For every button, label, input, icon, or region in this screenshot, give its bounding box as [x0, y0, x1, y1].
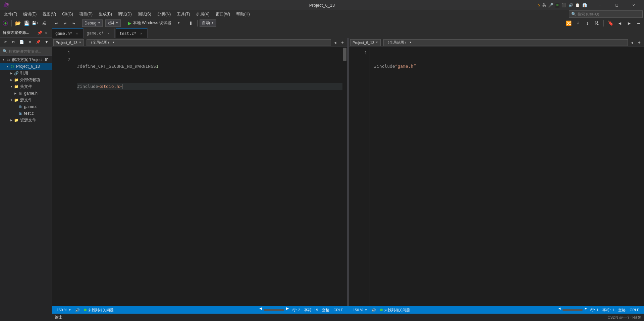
maximize-button[interactable]: □ — [609, 0, 625, 10]
menu-debug[interactable]: 调试(D) — [115, 10, 135, 18]
right-scroll-thumb[interactable] — [562, 309, 583, 311]
left-status-audio-icon[interactable]: 🔊 — [73, 306, 82, 314]
global-search[interactable]: 🔍 — [569, 10, 643, 18]
left-project-dropdown[interactable]: Project_6_13 ▼ — [53, 39, 84, 46]
print-button[interactable]: 🖨 — [40, 19, 48, 27]
sidebar-pin-button[interactable]: 📌 — [37, 30, 42, 36]
headers-node[interactable]: ▼ 📁 头文件 — [0, 83, 52, 90]
right-scope-dropdown[interactable]: （全局范围） ▼ — [383, 39, 628, 46]
menu-extensions[interactable]: 扩展(X) — [194, 10, 212, 18]
sidebar-search-bar[interactable]: 🔍 ▼ — [0, 47, 52, 56]
right-status-audio-icon[interactable]: 🔊 — [369, 306, 378, 314]
game-c-node[interactable]: ▶ 🗎 game.c — [0, 103, 52, 110]
right-status-check[interactable]: 未找到相关问题 — [378, 306, 412, 314]
menu-view[interactable]: 视图(V) — [40, 10, 59, 18]
collapse-all-button[interactable]: ⊟ — [10, 38, 17, 46]
ext-deps-node[interactable]: ▶ 📁 外部依赖项 — [0, 76, 52, 83]
left-scroll-left[interactable]: ◀ — [258, 306, 263, 314]
left-nav-prev-button[interactable]: ◀ — [332, 39, 338, 46]
right-nav-next-button[interactable]: + — [636, 39, 643, 46]
tab-test-c[interactable]: test.c* ✕ — [116, 29, 148, 38]
right-scroll-right[interactable]: ▶ — [583, 306, 588, 314]
left-status-row[interactable]: 行: 2 — [290, 306, 302, 314]
left-scrollbar[interactable] — [342, 47, 347, 306]
sync-button[interactable]: ↕ — [583, 19, 591, 27]
right-status-char[interactable]: 字符: 1 — [600, 306, 616, 314]
config-dropdown[interactable]: Debug ▼ — [82, 19, 103, 27]
left-status-encoding[interactable]: 空格 — [320, 306, 331, 314]
branch-button[interactable]: ⑂ — [574, 19, 582, 27]
menu-analyze[interactable]: 分析(N) — [155, 10, 174, 18]
open-button[interactable]: 📂 — [14, 19, 22, 27]
menu-help[interactable]: 帮助(H) — [233, 10, 253, 18]
resources-node[interactable]: ▶ 📁 资源文件 — [0, 117, 52, 123]
minimize-button[interactable]: ─ — [592, 0, 608, 10]
references-node[interactable]: ▶ 🔗 引用 — [0, 70, 52, 76]
menu-build[interactable]: 生成(B) — [96, 10, 115, 18]
new-file-button[interactable] — [1, 19, 9, 27]
pin-window-button[interactable]: 📌 — [35, 38, 42, 46]
solution-node[interactable]: ▼ 🗂 解决方案 'Project_6' — [0, 56, 52, 63]
sync-solution-button[interactable]: ⟳ — [1, 38, 9, 46]
save-button[interactable]: 💾 — [22, 19, 31, 27]
redo-button[interactable]: ↪ — [70, 19, 78, 27]
game-h-node[interactable]: ▶ 🗎 game.h — [0, 90, 52, 97]
right-code-content[interactable]: #include “game.h” — [370, 47, 639, 306]
left-status-check[interactable]: 未找到相关问题 — [82, 306, 116, 314]
properties-button[interactable]: ⚙ — [26, 38, 34, 46]
right-code-editor[interactable]: 1 #include “game.h” — [349, 47, 644, 306]
sidebar-close-button[interactable]: ✕ — [44, 30, 49, 36]
right-status-zoom[interactable]: 150 % ▼ — [351, 306, 369, 314]
left-status-char[interactable]: 字符: 19 — [302, 306, 320, 314]
right-status-line-ending[interactable]: CRLF — [628, 306, 641, 314]
tab-game-h-close-button[interactable]: ✕ — [74, 31, 80, 36]
undo-btn2[interactable]: ↩ — [61, 19, 69, 27]
left-scroll-thumb[interactable] — [264, 309, 284, 311]
right-status-row[interactable]: 行: 1 — [588, 306, 600, 314]
more-button[interactable]: ⋯ — [635, 19, 643, 27]
menu-git[interactable]: Git(G) — [59, 10, 76, 18]
save-all-button[interactable]: 💾+ — [31, 19, 39, 27]
source-node[interactable]: ▼ 📁 源文件 — [0, 97, 52, 103]
left-status-line-ending[interactable]: CRLF — [331, 306, 345, 314]
left-scope-dropdown[interactable]: （全局范围） ▼ — [87, 39, 331, 46]
merge-button[interactable]: ⛕ — [593, 19, 601, 27]
test-c-node[interactable]: ▶ 🗎 test.c — [0, 110, 52, 117]
close-button[interactable]: ✕ — [626, 0, 641, 10]
menu-file[interactable]: 文件(F) — [1, 10, 20, 18]
menu-edit[interactable]: 编辑(E) — [20, 10, 39, 18]
left-scroll-right[interactable]: ▶ — [285, 306, 290, 314]
sidebar-more-button[interactable]: ▼ — [43, 38, 50, 46]
left-code-editor[interactable]: 1 2 #define _CRT_SECURE_NO_WARNINGS 1 #i… — [52, 47, 347, 306]
run-button[interactable]: ▶ 本地 Windows 调试器 — [125, 19, 174, 26]
pause-button[interactable]: ⏸ — [187, 19, 195, 27]
left-status-zoom[interactable]: 150 % ▼ — [55, 306, 73, 314]
menu-window[interactable]: 窗口(W) — [213, 10, 233, 18]
run-arrow-icon[interactable]: ▼ — [175, 19, 183, 27]
bookmark-nav2[interactable]: ▶ — [625, 19, 633, 27]
right-scrollbar[interactable] — [639, 47, 644, 306]
right-project-dropdown[interactable]: Project_6_13 ▼ — [350, 39, 381, 46]
bookmark-button[interactable]: 🔖 — [606, 19, 614, 27]
right-scroll-left[interactable]: ◀ — [557, 306, 562, 314]
tab-test-c-close-button[interactable]: ✕ — [139, 31, 144, 36]
tab-game-c[interactable]: game.c* ✕ — [84, 29, 115, 38]
bookmark-nav1[interactable]: ◀ — [616, 19, 624, 27]
menu-tools[interactable]: 工具(T) — [174, 10, 193, 18]
menu-project[interactable]: 项目(P) — [76, 10, 95, 18]
tab-game-h[interactable]: game.h* ✕ — [52, 29, 84, 38]
project-node[interactable]: ▼ ⬡ Project_6_13 — [0, 63, 52, 70]
search-input[interactable] — [578, 12, 631, 16]
platform-dropdown[interactable]: x64 ▼ — [105, 19, 120, 27]
auto-dropdown[interactable]: 自动 ▼ — [200, 19, 216, 27]
menu-test[interactable]: 测试(S) — [135, 10, 154, 18]
left-nav-next-button[interactable]: + — [339, 39, 346, 46]
left-code-content[interactable]: #define _CRT_SECURE_NO_WARNINGS 1 #inclu… — [73, 47, 342, 306]
git-button[interactable]: 🔀 — [565, 19, 573, 27]
undo-button[interactable]: ↩ — [52, 19, 60, 27]
right-nav-prev-button[interactable]: ◀ — [629, 39, 635, 46]
right-status-encoding[interactable]: 空格 — [616, 306, 628, 314]
show-all-files-button[interactable]: 📄 — [18, 38, 25, 46]
tab-game-c-close-button[interactable]: ✕ — [106, 31, 111, 36]
sidebar-search-input[interactable] — [9, 49, 55, 53]
